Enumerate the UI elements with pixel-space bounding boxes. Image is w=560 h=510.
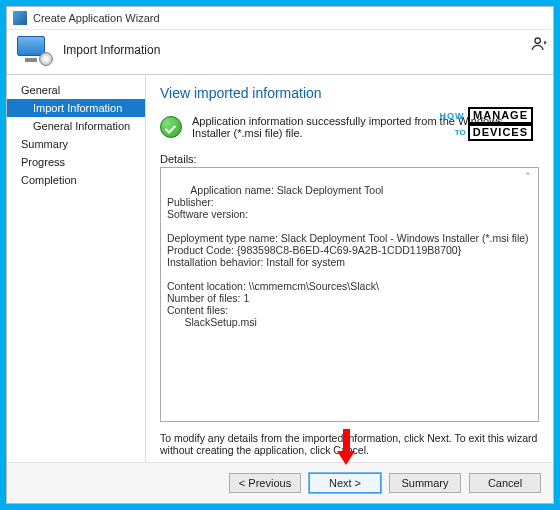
window-title: Create Application Wizard	[33, 12, 160, 24]
sidebar-item-progress[interactable]: Progress	[7, 153, 145, 171]
step-sidebar: General Import Information General Infor…	[7, 75, 145, 462]
cancel-button[interactable]: Cancel	[469, 473, 541, 493]
success-check-icon	[160, 116, 182, 138]
wizard-window: Create Application Wizard Import Informa…	[6, 6, 554, 504]
details-textarea[interactable]: Application name: Slack Deployment Tool …	[160, 167, 539, 422]
svg-point-0	[535, 38, 540, 43]
titlebar: Create Application Wizard	[7, 7, 553, 30]
next-button[interactable]: Next >	[309, 473, 381, 493]
header-step-label: Import Information	[63, 43, 160, 57]
details-label: Details:	[160, 153, 539, 165]
wizard-header: Import Information	[7, 30, 553, 74]
hint-text: To modify any details from the imported …	[160, 432, 539, 456]
previous-button[interactable]: < Previous	[229, 473, 301, 493]
wizard-body: General Import Information General Infor…	[7, 75, 553, 462]
watermark: HOW MANAGE TO DEVICES	[440, 107, 533, 141]
sidebar-item-import-information[interactable]: Import Information	[7, 99, 145, 117]
computer-disc-icon	[17, 36, 51, 64]
summary-button[interactable]: Summary	[389, 473, 461, 493]
sidebar-item-general-information[interactable]: General Information	[7, 117, 145, 135]
app-icon	[13, 11, 27, 25]
button-row: < Previous Next > Summary Cancel	[7, 462, 553, 503]
sidebar-item-summary[interactable]: Summary	[7, 135, 145, 153]
user-icon	[531, 36, 547, 56]
sidebar-item-general[interactable]: General	[7, 81, 145, 99]
page-title: View imported information	[160, 85, 539, 101]
main-panel: View imported information HOW MANAGE TO …	[145, 75, 553, 462]
sidebar-item-completion[interactable]: Completion	[7, 171, 145, 189]
details-content: Application name: Slack Deployment Tool …	[167, 184, 529, 328]
scroll-up-icon[interactable]: ⌃	[524, 171, 532, 181]
